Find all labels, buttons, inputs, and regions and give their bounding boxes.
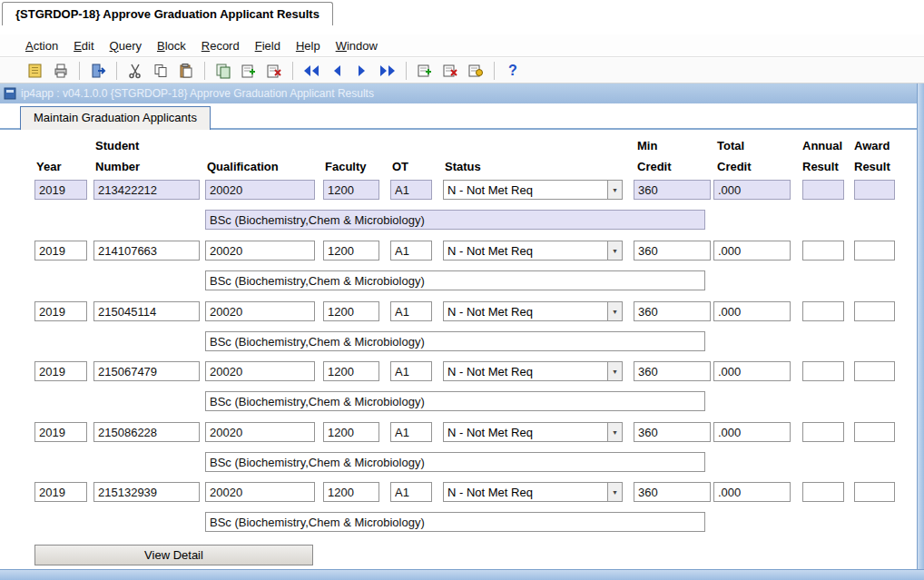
annual-result-field[interactable] [802,482,844,502]
faculty-field[interactable] [323,180,379,200]
status-select[interactable]: ▼ [443,422,623,442]
next-block-icon[interactable] [376,60,399,82]
save-icon[interactable] [24,60,47,82]
status-field[interactable] [443,361,608,381]
year-field[interactable] [34,422,87,442]
year-field[interactable] [34,241,87,261]
min-credit-field[interactable] [634,301,711,321]
award-result-field[interactable] [854,361,895,381]
total-credit-field[interactable] [713,361,791,381]
ot-field[interactable] [390,241,432,261]
cut-icon[interactable] [123,60,147,82]
status-field[interactable] [443,301,608,321]
min-credit-field[interactable] [634,361,711,381]
paste-icon[interactable] [174,60,198,82]
faculty-field[interactable] [323,361,379,381]
qualification-field[interactable] [205,482,315,502]
qualification-field[interactable] [205,361,315,381]
year-field[interactable] [34,301,87,321]
min-credit-field[interactable] [634,241,711,261]
menu-window[interactable]: Window [336,39,378,53]
exit-icon[interactable] [86,60,110,82]
dropdown-arrow-icon[interactable]: ▼ [608,301,623,321]
award-result-field[interactable] [854,241,895,261]
annual-result-field[interactable] [802,180,844,200]
dropdown-arrow-icon[interactable]: ▼ [608,482,623,502]
qualification-field[interactable] [205,422,315,442]
status-select[interactable]: ▼ [443,482,623,502]
horizontal-scrollbar[interactable] [0,569,924,580]
remove-record-icon[interactable] [262,60,286,82]
execute-query-icon[interactable] [464,60,487,82]
status-select[interactable]: ▼ [443,361,623,381]
qualification-field[interactable] [205,301,315,321]
student-number-field[interactable] [93,482,200,502]
year-field[interactable] [34,180,87,200]
total-credit-field[interactable] [713,422,791,442]
min-credit-field[interactable] [634,482,711,502]
previous-block-icon[interactable] [300,60,323,82]
ot-field[interactable] [390,180,432,200]
total-credit-field[interactable] [713,301,791,321]
annual-result-field[interactable] [802,301,844,321]
award-result-field[interactable] [854,422,895,442]
student-number-field[interactable] [93,241,200,261]
dropdown-arrow-icon[interactable]: ▼ [608,422,623,442]
min-credit-field[interactable] [634,422,711,442]
student-number-field[interactable] [93,422,200,442]
dropdown-arrow-icon[interactable]: ▼ [608,241,623,261]
copy-icon[interactable] [149,60,172,82]
qualification-desc-field[interactable] [205,391,705,411]
faculty-field[interactable] [323,482,379,502]
menu-query[interactable]: Query [110,39,142,53]
menu-help[interactable]: Help [296,39,320,53]
qualification-desc-field[interactable] [205,452,705,472]
vertical-scrollbar[interactable] [917,84,924,569]
form-titlebar[interactable]: ip4app : v04.1.0.0 {STGRDOP-18} Approve … [0,84,924,103]
menu-record[interactable]: Record [202,39,240,53]
total-credit-field[interactable] [713,482,791,502]
menu-block[interactable]: Block [157,39,186,53]
student-number-field[interactable] [93,180,200,200]
dropdown-arrow-icon[interactable]: ▼ [608,361,623,381]
duplicate-record-icon[interactable] [211,60,235,82]
next-record-icon[interactable] [350,60,374,82]
status-field[interactable] [443,482,608,502]
ot-field[interactable] [390,361,432,381]
qualification-desc-field[interactable] [205,331,705,351]
qualification-desc-field[interactable] [205,210,705,230]
student-number-field[interactable] [93,361,200,381]
student-number-field[interactable] [93,301,200,321]
qualification-field[interactable] [205,241,315,261]
menu-field[interactable]: Field [255,39,280,53]
min-credit-field[interactable] [634,180,711,200]
view-detail-button[interactable]: View Detail [34,545,313,565]
qualification-desc-field[interactable] [205,512,705,532]
qualification-desc-field[interactable] [205,270,705,290]
annual-result-field[interactable] [802,422,844,442]
window-tab[interactable]: {STGRDOP-18} Approve Graduation Applican… [2,2,333,25]
status-field[interactable] [443,241,608,261]
status-field[interactable] [443,422,608,442]
menu-action[interactable]: Action [25,39,58,53]
dropdown-arrow-icon[interactable]: ▼ [608,180,623,200]
total-credit-field[interactable] [713,180,791,200]
ot-field[interactable] [390,301,432,321]
faculty-field[interactable] [323,241,379,261]
status-field[interactable] [443,180,608,200]
award-result-field[interactable] [854,301,895,321]
print-icon[interactable] [49,60,73,82]
status-select[interactable]: ▼ [443,301,623,321]
award-result-field[interactable] [854,180,895,200]
menu-edit[interactable]: Edit [74,39,93,53]
enter-query-icon[interactable] [413,60,437,82]
cancel-query-icon[interactable] [438,60,462,82]
ot-field[interactable] [390,422,432,442]
year-field[interactable] [34,361,87,381]
qualification-field[interactable] [205,180,315,200]
status-select[interactable]: ▼ [443,241,623,261]
insert-record-icon[interactable] [237,60,260,82]
annual-result-field[interactable] [802,361,844,381]
year-field[interactable] [34,482,87,502]
previous-record-icon[interactable] [325,60,349,82]
